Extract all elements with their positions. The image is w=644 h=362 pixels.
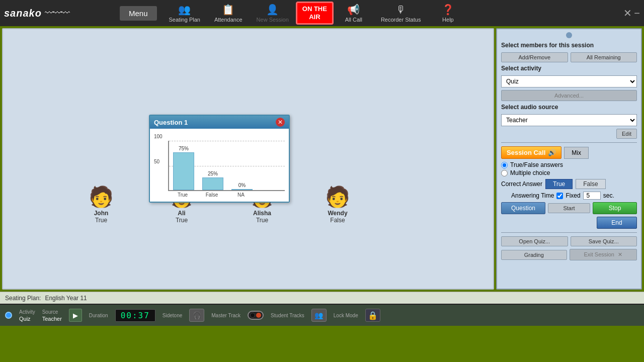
lock-mode-button[interactable]: 🔒 xyxy=(365,309,380,322)
multiple-choice-radio-row[interactable]: Multiple choice xyxy=(501,169,637,176)
panel-indicator xyxy=(566,32,572,38)
exit-session-button[interactable]: Exit Session ✕ xyxy=(570,249,637,260)
window-close-button[interactable]: ✕ xyxy=(623,7,632,19)
seating-plan-label: Seating Plan xyxy=(169,17,200,23)
activity-value: Quiz xyxy=(19,316,35,322)
answering-time-row: Answering Time Fixed sec. xyxy=(511,192,637,200)
correct-true-button[interactable]: True xyxy=(545,179,573,189)
chart-close-button[interactable]: ✕ xyxy=(276,118,285,127)
session-call-button[interactable]: Session Call 🔊 xyxy=(501,146,561,159)
student-john-name: John xyxy=(94,210,109,217)
select-members-label: Select members for this session xyxy=(501,42,637,49)
student-ali-answer: True xyxy=(176,217,188,224)
student-john: 🧑 John True xyxy=(89,185,114,224)
true-false-label: True/False answers xyxy=(510,161,563,168)
divider-2 xyxy=(501,232,637,233)
advanced-button[interactable]: Advanced... xyxy=(501,90,637,101)
activity-section: Activity Quiz xyxy=(19,309,35,322)
play-button[interactable]: ▶ xyxy=(69,309,82,322)
start-button[interactable]: Start xyxy=(548,203,590,213)
student-wendy-icon: 🧑 xyxy=(325,185,350,209)
session-call-row: Session Call 🔊 Mix xyxy=(501,146,637,159)
student-alisha-answer: True xyxy=(256,217,268,224)
mix-button[interactable]: Mix xyxy=(564,147,589,159)
bar-na-rect xyxy=(231,189,253,190)
bottom-indicator xyxy=(5,312,12,319)
student-john-icon: 🧑 xyxy=(89,185,114,209)
x-label-false: False xyxy=(201,192,222,198)
chart-dialog: Question 1 ✕ 100 50 75% xyxy=(149,115,290,203)
nav-recorder-status[interactable]: 🎙 Recorder Status xyxy=(374,2,428,25)
chart-body: 100 50 75% xyxy=(150,129,289,202)
window-minimize-button[interactable]: − xyxy=(634,8,640,19)
true-false-radio-row[interactable]: True/False answers xyxy=(501,161,637,168)
correct-answer-label: Correct Answer xyxy=(501,180,542,188)
multiple-choice-radio[interactable] xyxy=(501,170,508,176)
grading-button[interactable]: Grading xyxy=(501,250,567,260)
help-label: Help xyxy=(442,17,454,23)
all-call-icon: 📢 xyxy=(347,4,360,16)
bar-false-rect xyxy=(202,177,223,190)
y-label-100: 100 xyxy=(154,134,163,139)
select-activity-label: Select activity xyxy=(501,65,637,72)
logo-area: sanako 〰〰〰 xyxy=(4,8,120,19)
fixed-checkbox[interactable] xyxy=(556,193,563,199)
student-alisha-name: Alisha xyxy=(253,210,271,217)
attendance-label: Attendance xyxy=(214,17,243,23)
nav-new-session[interactable]: 👤 New Session xyxy=(250,2,296,25)
open-quiz-button[interactable]: Open Quiz... xyxy=(501,236,568,246)
question-start-stop-row: Question Start Stop xyxy=(501,202,637,214)
edit-row: Edit xyxy=(501,129,637,139)
all-remaining-button[interactable]: All Remaining xyxy=(571,52,637,62)
nav-help[interactable]: ❓ Help xyxy=(428,2,468,25)
question-button[interactable]: Question xyxy=(501,202,545,214)
logo-text: sanako xyxy=(4,8,42,19)
divider-1 xyxy=(501,142,637,143)
activity-select[interactable]: Quiz xyxy=(501,75,637,87)
save-quiz-button[interactable]: Save Quiz... xyxy=(571,236,637,246)
chart-title: Question 1 xyxy=(154,119,188,126)
multiple-choice-label: Multiple choice xyxy=(510,169,550,176)
on-air-button[interactable]: ON THEAIR xyxy=(296,2,334,24)
master-dot-1 xyxy=(250,313,255,318)
new-session-label: New Session xyxy=(257,17,289,23)
activity-select-row: Quiz xyxy=(501,75,637,87)
nav-attendance[interactable]: 📋 Attendance xyxy=(207,2,250,25)
session-call-label: Session Call xyxy=(507,149,545,156)
true-false-radio[interactable] xyxy=(501,162,508,168)
audio-source-select[interactable]: Teacher xyxy=(501,114,637,126)
grading-exit-row: Grading Exit Session ✕ xyxy=(501,249,637,260)
bar-true-pct: 75% xyxy=(179,146,189,151)
add-remove-button[interactable]: Add/Remove xyxy=(501,52,568,62)
student-wendy-name: Wendy xyxy=(328,210,347,217)
lock-mode-label: Lock Mode xyxy=(334,313,358,318)
edit-button[interactable]: Edit xyxy=(616,129,637,139)
main-area: 🧑 John True 🧑 Ali True 🧑 Alisha True 🧑 W… xyxy=(0,26,644,292)
x-label-true: True xyxy=(172,192,193,198)
bottombar: Activity Quiz Source Teacher ▶ Duration … xyxy=(0,304,644,326)
all-call-label: All Call xyxy=(345,17,362,23)
end-button[interactable]: End xyxy=(597,217,637,229)
menu-button[interactable]: Menu xyxy=(120,6,157,21)
gridline-100 xyxy=(169,141,285,141)
wave-icon: 〰〰〰 xyxy=(45,8,69,19)
session-call-icon: 🔊 xyxy=(548,149,556,156)
source-value: Teacher xyxy=(42,316,62,322)
help-icon: ❓ xyxy=(442,4,454,16)
student-john-answer: True xyxy=(95,217,107,224)
student-tracks-button[interactable]: 👥 xyxy=(311,309,327,322)
seconds-input[interactable] xyxy=(583,192,601,200)
activity-label: Activity xyxy=(19,309,35,315)
nav-seating-plan[interactable]: 👥 Seating Plan xyxy=(162,2,207,25)
seating-plan-icon: 👥 xyxy=(178,4,191,16)
stop-button[interactable]: Stop xyxy=(593,202,637,214)
master-track-control[interactable] xyxy=(248,311,264,320)
correct-answer-row: Correct Answer True False xyxy=(501,179,637,189)
nav-all-call[interactable]: 📢 All Call xyxy=(334,2,374,25)
recorder-label: Recorder Status xyxy=(381,17,421,23)
audio-source-select-row: Teacher xyxy=(501,114,637,126)
sidetone-button[interactable]: 🎧 xyxy=(189,309,204,322)
correct-false-button[interactable]: False xyxy=(576,179,605,189)
bar-true: 75% xyxy=(173,146,194,190)
sec-label: sec. xyxy=(603,192,614,199)
